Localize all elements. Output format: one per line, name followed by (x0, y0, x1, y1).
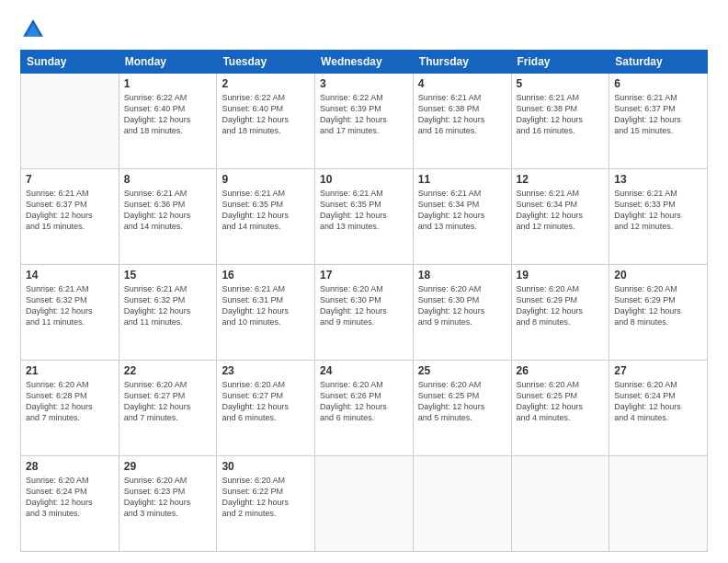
cell-info: Sunrise: 6:20 AM Sunset: 6:30 PM Dayligh… (418, 283, 506, 328)
calendar-cell: 11Sunrise: 6:21 AM Sunset: 6:34 PM Dayli… (413, 169, 511, 265)
header (20, 17, 708, 42)
calendar-cell: 18Sunrise: 6:20 AM Sunset: 6:30 PM Dayli… (413, 265, 511, 361)
cell-info: Sunrise: 6:22 AM Sunset: 6:40 PM Dayligh… (222, 92, 310, 137)
calendar-cell: 28Sunrise: 6:20 AM Sunset: 6:24 PM Dayli… (21, 456, 119, 552)
calendar-cell (413, 456, 511, 552)
cell-info: Sunrise: 6:21 AM Sunset: 6:32 PM Dayligh… (124, 283, 212, 328)
cell-info: Sunrise: 6:21 AM Sunset: 6:37 PM Dayligh… (614, 92, 702, 137)
day-header-monday: Monday (119, 51, 217, 74)
calendar-cell: 26Sunrise: 6:20 AM Sunset: 6:25 PM Dayli… (511, 361, 609, 456)
calendar-cell (21, 74, 119, 169)
cell-info: Sunrise: 6:21 AM Sunset: 6:35 PM Dayligh… (222, 188, 310, 233)
day-number: 25 (418, 364, 506, 377)
cell-info: Sunrise: 6:21 AM Sunset: 6:38 PM Dayligh… (517, 92, 605, 137)
day-number: 12 (517, 173, 605, 186)
cell-info: Sunrise: 6:20 AM Sunset: 6:25 PM Dayligh… (418, 379, 506, 424)
day-number: 4 (418, 77, 506, 90)
day-number: 14 (26, 269, 114, 282)
cell-info: Sunrise: 6:20 AM Sunset: 6:26 PM Dayligh… (320, 379, 408, 424)
day-number: 28 (26, 460, 114, 473)
day-number: 18 (418, 269, 506, 282)
calendar-cell: 8Sunrise: 6:21 AM Sunset: 6:36 PM Daylig… (119, 169, 217, 265)
calendar-cell: 6Sunrise: 6:21 AM Sunset: 6:37 PM Daylig… (609, 74, 708, 169)
day-number: 24 (320, 364, 408, 377)
calendar-cell: 21Sunrise: 6:20 AM Sunset: 6:28 PM Dayli… (21, 361, 119, 456)
cell-info: Sunrise: 6:20 AM Sunset: 6:23 PM Dayligh… (124, 475, 212, 520)
cell-info: Sunrise: 6:20 AM Sunset: 6:27 PM Dayligh… (124, 379, 212, 424)
day-number: 2 (222, 77, 310, 90)
calendar-cell: 13Sunrise: 6:21 AM Sunset: 6:33 PM Dayli… (609, 169, 708, 265)
calendar-cell: 19Sunrise: 6:20 AM Sunset: 6:29 PM Dayli… (511, 265, 609, 361)
day-number: 23 (222, 364, 310, 377)
page: SundayMondayTuesdayWednesdayThursdayFrid… (0, 0, 728, 563)
day-number: 29 (124, 460, 212, 473)
cell-info: Sunrise: 6:20 AM Sunset: 6:29 PM Dayligh… (614, 283, 702, 328)
day-header-wednesday: Wednesday (315, 51, 414, 74)
calendar-cell: 24Sunrise: 6:20 AM Sunset: 6:26 PM Dayli… (315, 361, 414, 456)
day-number: 6 (614, 77, 702, 90)
day-header-tuesday: Tuesday (217, 51, 315, 74)
cell-info: Sunrise: 6:21 AM Sunset: 6:32 PM Dayligh… (26, 283, 114, 328)
cell-info: Sunrise: 6:21 AM Sunset: 6:38 PM Dayligh… (418, 92, 506, 137)
calendar-cell: 15Sunrise: 6:21 AM Sunset: 6:32 PM Dayli… (119, 265, 217, 361)
cell-info: Sunrise: 6:21 AM Sunset: 6:31 PM Dayligh… (222, 283, 310, 328)
day-number: 22 (124, 364, 212, 377)
calendar-cell (511, 456, 609, 552)
cell-info: Sunrise: 6:20 AM Sunset: 6:28 PM Dayligh… (26, 379, 114, 424)
calendar-week-1: 1Sunrise: 6:22 AM Sunset: 6:40 PM Daylig… (21, 74, 708, 169)
calendar-cell: 4Sunrise: 6:21 AM Sunset: 6:38 PM Daylig… (413, 74, 511, 169)
day-number: 30 (222, 460, 310, 473)
cell-info: Sunrise: 6:21 AM Sunset: 6:36 PM Dayligh… (124, 188, 212, 233)
calendar-cell: 5Sunrise: 6:21 AM Sunset: 6:38 PM Daylig… (511, 74, 609, 169)
day-number: 7 (26, 173, 114, 186)
day-number: 20 (614, 269, 702, 282)
day-number: 9 (222, 173, 310, 186)
calendar-week-2: 7Sunrise: 6:21 AM Sunset: 6:37 PM Daylig… (21, 169, 708, 265)
cell-info: Sunrise: 6:21 AM Sunset: 6:33 PM Dayligh… (614, 188, 702, 233)
calendar-cell: 7Sunrise: 6:21 AM Sunset: 6:37 PM Daylig… (21, 169, 119, 265)
calendar-cell: 17Sunrise: 6:20 AM Sunset: 6:30 PM Dayli… (315, 265, 414, 361)
cell-info: Sunrise: 6:20 AM Sunset: 6:27 PM Dayligh… (222, 379, 310, 424)
calendar-cell: 22Sunrise: 6:20 AM Sunset: 6:27 PM Dayli… (119, 361, 217, 456)
cell-info: Sunrise: 6:20 AM Sunset: 6:30 PM Dayligh… (320, 283, 408, 328)
calendar-cell: 1Sunrise: 6:22 AM Sunset: 6:40 PM Daylig… (119, 74, 217, 169)
day-number: 5 (517, 77, 605, 90)
cell-info: Sunrise: 6:21 AM Sunset: 6:37 PM Dayligh… (26, 188, 114, 233)
day-number: 15 (124, 269, 212, 282)
calendar-cell: 3Sunrise: 6:22 AM Sunset: 6:39 PM Daylig… (315, 74, 414, 169)
logo-icon (20, 17, 46, 42)
calendar-table: SundayMondayTuesdayWednesdayThursdayFrid… (20, 50, 708, 552)
day-number: 13 (614, 173, 702, 186)
calendar-cell: 20Sunrise: 6:20 AM Sunset: 6:29 PM Dayli… (609, 265, 708, 361)
day-number: 26 (517, 364, 605, 377)
calendar-cell: 2Sunrise: 6:22 AM Sunset: 6:40 PM Daylig… (217, 74, 315, 169)
day-number: 19 (517, 269, 605, 282)
calendar-cell: 29Sunrise: 6:20 AM Sunset: 6:23 PM Dayli… (119, 456, 217, 552)
day-number: 16 (222, 269, 310, 282)
calendar-cell: 30Sunrise: 6:20 AM Sunset: 6:22 PM Dayli… (217, 456, 315, 552)
day-header-saturday: Saturday (609, 51, 708, 74)
cell-info: Sunrise: 6:21 AM Sunset: 6:35 PM Dayligh… (320, 188, 408, 233)
cell-info: Sunrise: 6:22 AM Sunset: 6:40 PM Dayligh… (124, 92, 212, 137)
calendar-cell: 14Sunrise: 6:21 AM Sunset: 6:32 PM Dayli… (21, 265, 119, 361)
day-number: 8 (124, 173, 212, 186)
calendar-cell: 16Sunrise: 6:21 AM Sunset: 6:31 PM Dayli… (217, 265, 315, 361)
day-header-sunday: Sunday (21, 51, 119, 74)
day-number: 21 (26, 364, 114, 377)
day-number: 11 (418, 173, 506, 186)
cell-info: Sunrise: 6:21 AM Sunset: 6:34 PM Dayligh… (517, 188, 605, 233)
calendar-cell: 12Sunrise: 6:21 AM Sunset: 6:34 PM Dayli… (511, 169, 609, 265)
day-number: 3 (320, 77, 408, 90)
calendar-cell (609, 456, 708, 552)
cell-info: Sunrise: 6:21 AM Sunset: 6:34 PM Dayligh… (418, 188, 506, 233)
calendar-cell: 27Sunrise: 6:20 AM Sunset: 6:24 PM Dayli… (609, 361, 708, 456)
logo (20, 17, 50, 42)
day-number: 1 (124, 77, 212, 90)
calendar-week-5: 28Sunrise: 6:20 AM Sunset: 6:24 PM Dayli… (21, 456, 708, 552)
day-header-thursday: Thursday (413, 51, 511, 74)
calendar-cell: 10Sunrise: 6:21 AM Sunset: 6:35 PM Dayli… (315, 169, 414, 265)
day-number: 27 (614, 364, 702, 377)
cell-info: Sunrise: 6:20 AM Sunset: 6:25 PM Dayligh… (517, 379, 605, 424)
cell-info: Sunrise: 6:20 AM Sunset: 6:24 PM Dayligh… (26, 475, 114, 520)
calendar-cell: 9Sunrise: 6:21 AM Sunset: 6:35 PM Daylig… (217, 169, 315, 265)
